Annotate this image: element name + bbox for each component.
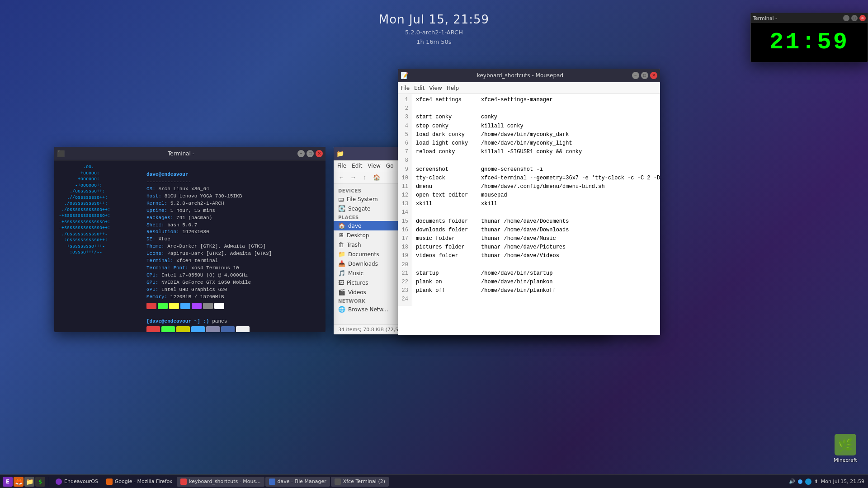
filesystem-icon: 🖴 bbox=[338, 196, 344, 202]
taskbar-task-filemanager[interactable]: dave - File Manager bbox=[265, 477, 330, 487]
minecraft-icon-label: Minecraft bbox=[834, 457, 857, 463]
dave-home-icon: 🏠 bbox=[338, 222, 345, 229]
clock-minimize-btn[interactable]: _ bbox=[843, 15, 849, 21]
taskbar-endeavouros-icon[interactable]: E bbox=[3, 477, 13, 487]
fm-place-videos-label: Videos bbox=[348, 289, 366, 296]
task-icon-firefox bbox=[106, 479, 113, 485]
clock-win-controls[interactable]: _ □ ✕ bbox=[843, 15, 866, 21]
fm-place-videos[interactable]: 🎬 Videos bbox=[334, 287, 399, 297]
mousepad-title: keyboard_shortcuts - Mousepad bbox=[411, 72, 629, 79]
fm-device-filesystem[interactable]: 🖴 File System bbox=[334, 194, 399, 204]
taskbar-tasks: EndeavourOS Google - Mozilla Firefox key… bbox=[50, 477, 785, 487]
fm-place-desktop[interactable]: 🖥 Desktop bbox=[334, 230, 399, 240]
fm-place-music[interactable]: 🎵 Music bbox=[334, 268, 399, 278]
fm-device-seagate[interactable]: 💽 Seagate bbox=[334, 204, 399, 213]
editor-text[interactable]: xfce4 settings xfce4-settings-manager st… bbox=[412, 94, 660, 306]
fm-place-pictures-label: Pictures bbox=[347, 280, 368, 286]
mousepad-menu-edit[interactable]: Edit bbox=[414, 85, 425, 91]
mousepad-icon: 📝 bbox=[401, 72, 408, 79]
fm-place-dave[interactable]: 🏠 dave bbox=[334, 221, 399, 230]
fm-place-documents[interactable]: 📁 Documents bbox=[334, 249, 399, 259]
fm-place-dave-label: dave bbox=[348, 223, 361, 229]
taskbar-files-icon[interactable]: 📁 bbox=[24, 477, 34, 487]
fm-device-filesystem-label: File System bbox=[347, 196, 378, 202]
taskbar-sep-1 bbox=[49, 477, 49, 486]
fm-network-browse[interactable]: 🌐 Browse Netw... bbox=[334, 305, 399, 314]
fm-forward-btn[interactable]: → bbox=[348, 173, 358, 183]
fm-place-trash-label: Trash bbox=[347, 242, 361, 248]
tray-volume-icon[interactable]: 🔊 bbox=[789, 479, 795, 484]
fm-up-btn[interactable]: ↑ bbox=[360, 173, 370, 183]
mousepad-min-btn[interactable]: − bbox=[632, 72, 639, 79]
terminal-title: Terminal - bbox=[67, 150, 295, 157]
mousepad-controls[interactable]: − □ ✕ bbox=[632, 72, 657, 79]
tray-arch-icon bbox=[805, 479, 811, 485]
videos-icon: 🎬 bbox=[338, 289, 345, 296]
terminal-max-btn[interactable]: □ bbox=[307, 150, 314, 157]
task-label-filemanager: dave - File Manager bbox=[278, 479, 326, 484]
filemanager-icon: 📁 bbox=[336, 150, 344, 157]
terminal-ascii-art: .oo. +ooooo: +oooooo: -+oooooo+: ./oosss… bbox=[54, 160, 145, 332]
desktop-datetime: Mon Jul 15, 21:59 5.2.0-arch2-1-ARCH 1h … bbox=[379, 13, 489, 47]
trash-icon: 🗑 bbox=[338, 241, 344, 248]
taskbar-task-firefox[interactable]: Google - Mozilla Firefox bbox=[103, 477, 176, 487]
fm-places-label: PLACES bbox=[334, 213, 399, 221]
desktop-place-icon: 🖥 bbox=[338, 232, 344, 239]
fm-place-music-label: Music bbox=[348, 270, 363, 277]
fm-place-downloads-label: Downloads bbox=[348, 261, 378, 267]
clock-maximize-btn[interactable]: □ bbox=[851, 15, 858, 21]
task-label-endeavouros: EndeavourOS bbox=[64, 479, 98, 484]
mousepad-menubar: File Edit View Help bbox=[398, 82, 660, 94]
tray-clock: Mon Jul 15, 21:59 bbox=[821, 479, 864, 484]
fm-menu-view[interactable]: View bbox=[368, 163, 380, 169]
fm-menu-file[interactable]: File bbox=[337, 163, 346, 169]
clock-display: 21:59 bbox=[769, 29, 849, 56]
terminal-controls[interactable]: − □ ✕ bbox=[297, 150, 323, 157]
clock-title-text: Terminal - bbox=[753, 15, 777, 21]
mousepad-close-btn[interactable]: ✕ bbox=[650, 72, 657, 79]
terminal-min-btn[interactable]: − bbox=[297, 150, 305, 157]
mousepad-menu-file[interactable]: File bbox=[401, 85, 410, 91]
task-icon-mousepad bbox=[180, 479, 187, 485]
mousepad-titlebar: 📝 keyboard_shortcuts - Mousepad − □ ✕ bbox=[398, 69, 660, 82]
mousepad-editor[interactable]: 1 2 3 4 5 6 7 8 9 10 11 12 13 14 15 16 1… bbox=[398, 94, 660, 335]
task-label-mousepad: keyboard_shortcuts - Mous... bbox=[189, 479, 260, 484]
fm-back-btn[interactable]: ← bbox=[336, 173, 346, 183]
task-label-firefox: Google - Mozilla Firefox bbox=[115, 479, 173, 484]
desktop-kernel: 5.2.0-arch2-1-ARCH 1h 16m 50s bbox=[379, 28, 489, 47]
taskbar-task-mousepad[interactable]: keyboard_shortcuts - Mous... bbox=[177, 477, 264, 487]
terminal-body[interactable]: .oo. +ooooo: +oooooo: -+oooooo+: ./oosss… bbox=[54, 160, 326, 332]
task-icon-filemanager bbox=[269, 479, 275, 485]
fm-menu-go[interactable]: Go bbox=[386, 163, 394, 169]
taskbar-start-area: E 🦊 📁 $ bbox=[0, 477, 48, 487]
mousepad-menu-view[interactable]: View bbox=[429, 85, 442, 91]
seagate-icon: 💽 bbox=[338, 205, 345, 212]
task-icon-terminal bbox=[335, 479, 341, 485]
fm-place-pictures[interactable]: 🖼 Pictures bbox=[334, 278, 399, 287]
fm-home-btn[interactable]: 🏠 bbox=[372, 173, 382, 183]
taskbar-terminal-icon[interactable]: $ bbox=[35, 477, 45, 487]
clock-close-btn[interactable]: ✕ bbox=[859, 15, 866, 21]
taskbar: E 🦊 📁 $ EndeavourOS Google - Mozilla Fir… bbox=[0, 474, 868, 488]
fm-place-downloads[interactable]: 📥 Downloads bbox=[334, 259, 399, 268]
pictures-icon: 🖼 bbox=[338, 279, 344, 286]
mousepad-max-btn[interactable]: □ bbox=[641, 72, 648, 79]
taskbar-firefox-icon[interactable]: 🦊 bbox=[14, 477, 24, 487]
fm-place-trash[interactable]: 🗑 Trash bbox=[334, 240, 399, 249]
mousepad-menu-help[interactable]: Help bbox=[447, 85, 459, 91]
terminal-window: ⬛ Terminal - − □ ✕ .oo. +ooooo: +oooooo:… bbox=[54, 147, 326, 332]
filemanager-sidebar: DEVICES 🖴 File System 💽 Seagate PLACES 🏠… bbox=[334, 184, 399, 324]
tray-network-indicator bbox=[798, 479, 802, 484]
fm-network-label-text: Browse Netw... bbox=[348, 306, 388, 313]
taskbar-tray: 🔊 ⬆ Mon Jul 15, 21:59 bbox=[785, 479, 868, 485]
fm-menu-edit[interactable]: Edit bbox=[352, 163, 362, 169]
music-icon: 🎵 bbox=[338, 270, 345, 277]
terminal-close-btn[interactable]: ✕ bbox=[316, 150, 323, 157]
minecraft-icon-image: 🌿 bbox=[835, 434, 856, 455]
taskbar-task-terminal[interactable]: Xfce Terminal (2) bbox=[331, 477, 389, 487]
terminal-icon: ⬛ bbox=[57, 150, 65, 157]
task-icon-endeavouros bbox=[56, 479, 62, 485]
minecraft-desktop-icon[interactable]: 🌿 Minecraft bbox=[832, 434, 859, 465]
downloads-icon: 📥 bbox=[338, 260, 345, 267]
taskbar-task-endeavouros[interactable]: EndeavourOS bbox=[52, 477, 102, 487]
